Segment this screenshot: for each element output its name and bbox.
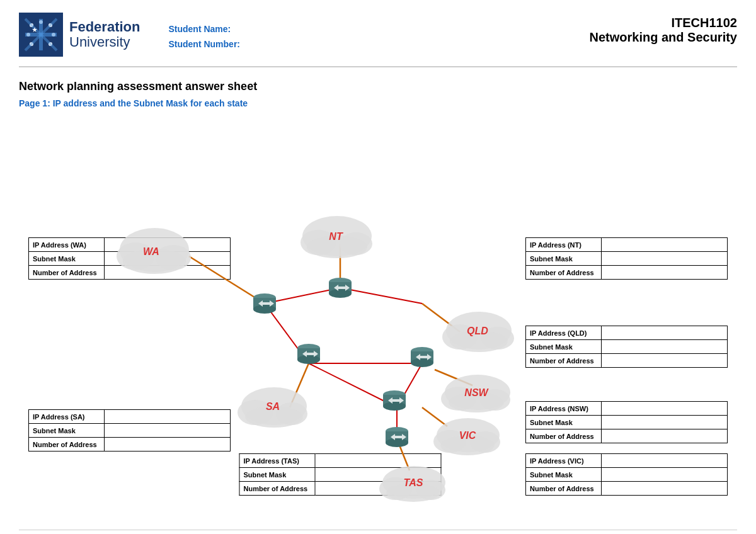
course-code: ITECH1102 xyxy=(590,16,738,30)
svg-point-79 xyxy=(386,438,408,447)
router-center xyxy=(297,344,320,364)
cloud-nt: NT xyxy=(301,216,372,258)
svg-point-73 xyxy=(297,355,320,364)
svg-point-64 xyxy=(253,305,276,314)
course-name: Networking and Security xyxy=(590,30,738,45)
svg-text:WA: WA xyxy=(143,246,159,257)
header-left: Federation University Student Name: Stud… xyxy=(19,13,240,57)
svg-point-67 xyxy=(329,289,352,298)
header-right: ITECH1102 Networking and Security xyxy=(590,13,738,45)
svg-text:SA: SA xyxy=(266,401,280,412)
student-number-label: Student Number: xyxy=(168,39,240,49)
svg-text:NSW: NSW xyxy=(464,387,489,398)
logo-text-block: Federation University xyxy=(69,20,140,50)
logo-box xyxy=(19,13,63,57)
svg-text:VIC: VIC xyxy=(459,430,476,441)
router-vic-nsw xyxy=(383,390,406,411)
router-qld xyxy=(411,347,433,367)
header-student: Student Name: Student Number: xyxy=(168,21,240,49)
page-subtitle: Page 1: IP address and the Subnet Mask f… xyxy=(19,98,737,108)
content-area: IP Address (WA) Subnet Mask Number of Ad… xyxy=(19,118,737,533)
logo-university: University xyxy=(69,35,140,50)
svg-point-76 xyxy=(383,402,406,411)
cloud-tas: TAS xyxy=(379,466,445,502)
logo-svg xyxy=(22,16,60,54)
svg-line-21 xyxy=(340,288,422,304)
router-nt xyxy=(329,278,352,298)
svg-line-13 xyxy=(189,256,265,304)
router-wa xyxy=(253,293,276,314)
svg-point-70 xyxy=(411,358,433,367)
cloud-sa: SA xyxy=(238,387,307,428)
logo-container: Federation University xyxy=(19,13,140,57)
svg-text:NT: NT xyxy=(329,231,343,242)
main-title: Network planning assessment answer sheet xyxy=(19,80,737,93)
cloud-nsw: NSW xyxy=(441,375,510,412)
logo-federation: Federation xyxy=(69,20,140,35)
page: Federation University Student Name: Stud… xyxy=(0,0,756,534)
cloud-wa: WA xyxy=(117,228,191,274)
svg-text:QLD: QLD xyxy=(467,326,488,336)
router-tas xyxy=(386,427,408,447)
network-diagram: WA NT QLD xyxy=(19,118,737,533)
student-name-label: Student Name: xyxy=(168,24,240,34)
header: Federation University Student Name: Stud… xyxy=(19,13,737,67)
footer: CRICOS Provider No. 00103D Network Plann… xyxy=(19,530,737,534)
svg-text:TAS: TAS xyxy=(404,477,423,488)
svg-line-17 xyxy=(422,407,447,426)
cloud-qld: QLD xyxy=(442,312,514,352)
